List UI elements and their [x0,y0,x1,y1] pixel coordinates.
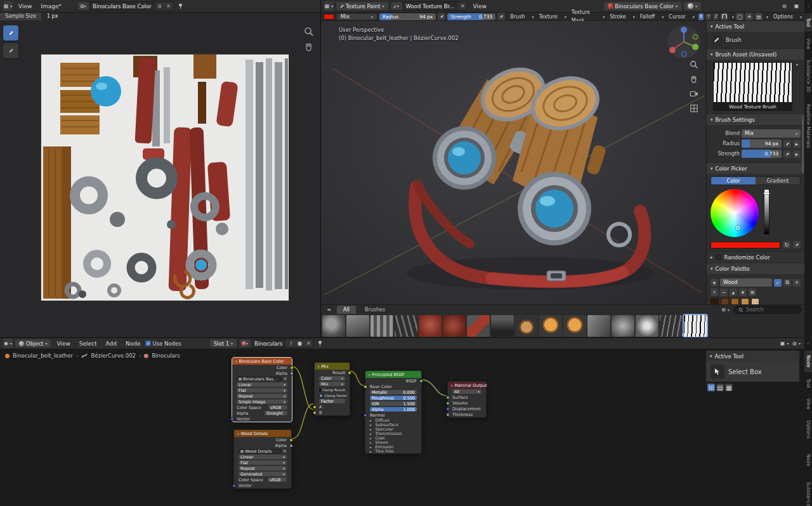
socket-alpha-out[interactable] [290,372,294,375]
extension-select[interactable]: Repeat▾ [237,394,287,398]
palette-fake-user-icon[interactable]: ✓ [774,279,782,287]
zoom-icon[interactable] [304,27,314,37]
slot-dropdown[interactable]: Slot 1▾ [209,339,237,348]
shader-type-dropdown[interactable]: Object▾ [15,339,51,348]
brush-thumbnail[interactable] [587,315,610,337]
brush-color-swatch[interactable] [324,14,334,20]
node-material-output[interactable]: ▾Material Output All▾ Surface Volume Dis… [447,381,487,418]
projection-select[interactable]: Flat▾ [237,388,287,392]
alpha-mode-select[interactable]: Straight [265,411,287,415]
radius-pressure-icon[interactable] [438,13,445,20]
color-space-select[interactable]: sRGB [268,477,287,482]
node-principled-bsdf[interactable]: ▾Principled BSDF BSDF Base Color Metalli… [365,370,422,454]
pan-hand-icon[interactable] [304,42,314,52]
brush-thumbnail[interactable] [322,315,345,337]
palette-move-down-icon[interactable]: ▾ [739,289,747,296]
tab-color[interactable]: Color [711,177,756,185]
color-wheel-cursor[interactable] [736,226,740,230]
brush-thumbnail-selected[interactable] [684,315,707,337]
duplicate-image-icon[interactable]: ⧉ [155,2,164,10]
color-space-select[interactable]: sRGB [268,405,287,410]
palette-remove-icon[interactable]: − [720,289,728,296]
color-wheel[interactable] [710,189,759,237]
palette-name[interactable]: Wood [720,278,772,287]
data-type-select[interactable]: Color▾ [319,376,345,380]
node-header[interactable]: ▾Mix [315,363,350,370]
palette-swatch[interactable] [751,298,759,304]
image-name[interactable]: Binoculars Base Color [89,3,155,10]
node-header[interactable]: ▾Binoculars Base Color [232,358,292,365]
shelf-menu-icon[interactable]: ≡ [324,305,334,315]
shading-mode-dropdown[interactable]: ▾ [683,1,702,11]
strength-pressure-icon[interactable] [497,13,505,20]
shading-material-pill[interactable]: Binoculars Base Color▾ [603,1,682,11]
tab-substance-3d[interactable]: Substance 3D [804,477,812,506]
socket-volume-in[interactable] [446,401,450,405]
tool-icon-grid[interactable]: ⊞ [707,384,715,391]
socket-bsdf-out[interactable] [419,379,423,383]
material-browse-icon[interactable]: ▾ [239,339,251,347]
unlink-material-icon[interactable]: × [304,339,313,347]
randomize-checkbox[interactable] [716,254,721,260]
menu-select[interactable]: Select [75,337,101,350]
radius-field[interactable]: 94 px [742,139,782,148]
tab-view[interactable]: View [804,394,812,414]
pin-icon[interactable] [176,1,185,11]
panel-randomize-color[interactable]: ▸Randomize Color [707,252,804,263]
brush-thumbnail[interactable] [443,315,466,337]
unlink-image-icon[interactable]: × [283,376,287,382]
soften-tool-button[interactable] [3,43,18,58]
brush-tool-icon[interactable] [710,34,722,46]
panel-brush-asset[interactable]: ▾Brush Asset (Unsaved) [707,49,804,60]
panel-active-tool[interactable]: ▾Active Tool [707,21,804,32]
shelf-tab-brushes[interactable]: Brushes [358,306,391,314]
navigation-gizmo[interactable] [667,25,701,59]
socket-base-color-in[interactable] [363,385,367,389]
brush-thumbnail[interactable] [395,315,417,337]
socket-result-out[interactable] [348,371,351,375]
source-select[interactable]: Single Image▾ [237,399,287,404]
factor-slider[interactable]: Factor [319,399,345,403]
socket-thickness-in[interactable] [446,413,450,417]
image-selector[interactable]: 🖼Binoculars Bas... [237,377,282,381]
strength-field[interactable]: 0.733 [742,150,782,158]
value-slider[interactable] [764,189,769,235]
use-nodes-checkbox[interactable]: ✓ [145,341,151,346]
tab-substance-3d[interactable]: Substance 3D [804,55,812,97]
brush-thumbnail[interactable] [491,315,514,337]
strength-slider[interactable]: Strength0.733 [447,13,495,20]
overlays-icon[interactable]: ◍▾ [792,339,801,348]
brush-thumbnail[interactable] [612,315,634,337]
projection-select[interactable]: Flat▾ [239,460,287,465]
sample-size-value[interactable]: 1 px [42,13,63,20]
select-box-icon[interactable] [710,365,724,379]
menu-cursor[interactable]: Cursor [665,13,688,21]
tab-node-wrangler[interactable]: Node Wrangler [804,445,812,476]
snap-magnet-icon[interactable] [721,13,728,20]
brush-thumbnail[interactable] [636,315,658,337]
node-image-texture-base-color[interactable]: ▾Binoculars Base Color Color Alpha 🖼Bino… [232,357,292,422]
socket-displacement-in[interactable] [446,407,450,411]
interpolation-select[interactable]: Linear▾ [237,382,287,387]
node-mix[interactable]: ▾Mix Result Color▾ Mix▾ Clamp Result ✓Cl… [314,362,350,416]
brush-thumbnail[interactable] [660,315,683,337]
eyedropper-icon[interactable] [793,241,801,249]
section-thin-film[interactable]: ▸Thin Film [365,449,421,453]
socket-b-in[interactable] [313,411,317,415]
brush-thumbnail[interactable] [419,315,442,337]
brush-thumbnail[interactable] [370,315,393,337]
section-coat[interactable]: ▸Coat [365,436,421,440]
palette-swatch[interactable] [741,298,749,304]
palette-browse-icon[interactable]: ▾ [710,279,718,287]
tab-realtime-materials[interactable]: Realtime Materials [804,100,812,153]
swap-colors-icon[interactable]: ↻ [783,241,790,249]
tab-node[interactable]: Node [804,351,812,372]
shelf-tab-all[interactable]: All [337,306,356,314]
sidebar-scrollbar[interactable] [802,116,804,173]
palette-sort-icon[interactable]: ≡ [749,289,756,296]
palette-move-up-icon[interactable]: ▴ [730,289,737,296]
radius-pressure-icon[interactable] [783,140,791,148]
clamp-factor-checkbox[interactable]: ✓ [319,394,323,398]
menu-view[interactable]: View [15,0,36,13]
node-header[interactable]: ▾Material Output [448,382,486,389]
